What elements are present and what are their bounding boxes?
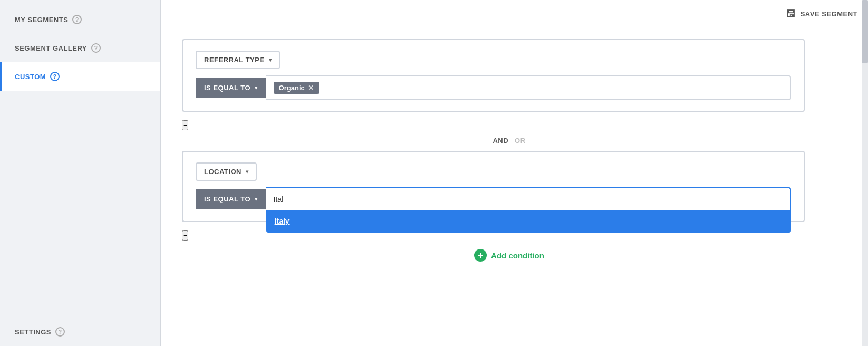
remove-tag-organic[interactable]: ✕ [308,84,314,92]
scrollbar-thumb[interactable] [862,0,868,63]
add-condition-row: + Add condition [182,249,836,262]
help-icon-my-segments[interactable]: ? [72,15,82,24]
sidebar-item-segment-gallery[interactable]: SEGMENT GALLERY ? [0,34,160,62]
minus-icon-1: − [183,121,187,129]
add-condition-button[interactable]: + Add condition [474,249,544,262]
sidebar-item-label: SEGMENT GALLERY [15,44,87,52]
condition-block-2: LOCATION ▾ IS EQUAL TO ▾ Ital [182,151,805,222]
connector-and[interactable]: AND [493,137,508,145]
operator-button-1[interactable]: IS EQUAL TO ▾ [196,78,266,98]
chevron-down-icon-1: ▾ [269,57,272,63]
sidebar-item-label: CUSTOM [15,73,46,81]
value-field-input-2[interactable]: Ital [266,187,791,210]
input-text-ital: Ital [274,195,284,204]
suggestion-item-italy[interactable]: Italy [267,210,790,232]
value-tag-text: Organic [279,84,305,92]
condition-block-1: REFERRAL TYPE ▾ IS EQUAL TO ▾ Organic ✕ [182,39,805,112]
plus-circle-icon: + [474,249,487,262]
help-icon-settings[interactable]: ? [55,327,65,337]
help-icon-custom[interactable]: ? [50,72,60,81]
operator-row-2: IS EQUAL TO ▾ Ital Italy [196,187,791,210]
remove-condition-2[interactable]: − [182,230,188,241]
remove-condition-1[interactable]: − [182,120,188,130]
save-segment-label: SAVE SEGMENT [801,10,857,18]
chevron-down-icon-2: ▾ [246,169,249,175]
field-label-2: LOCATION [204,168,242,176]
operator-button-2[interactable]: IS EQUAL TO ▾ [196,189,266,209]
operator-chevron-1: ▾ [255,85,258,91]
condition-wrapper-2: LOCATION ▾ IS EQUAL TO ▾ Ital [182,151,805,241]
add-condition-label: Add condition [491,251,544,260]
sidebar-item-settings[interactable]: SETTINGS ? [0,318,160,346]
value-tag-organic: Organic ✕ [274,82,319,94]
field-selector-1[interactable]: REFERRAL TYPE ▾ [196,51,280,69]
connector-row: AND OR [182,137,836,145]
operator-chevron-2: ▾ [255,196,258,202]
minus-icon-2: − [183,232,187,239]
value-field-1[interactable]: Organic ✕ [266,75,791,100]
text-cursor [284,195,284,204]
scrollbar-track[interactable] [862,0,868,346]
operator-row-1: IS EQUAL TO ▾ Organic ✕ [196,75,791,100]
content-area: REFERRAL TYPE ▾ IS EQUAL TO ▾ Organic ✕ [161,28,868,343]
sidebar-item-custom[interactable]: CUSTOM ? [0,62,160,91]
help-icon-segment-gallery[interactable]: ? [91,43,101,53]
sidebar: MY SEGMENTS ? SEGMENT GALLERY ? CUSTOM ?… [0,0,161,346]
connector-or[interactable]: OR [515,137,526,145]
suggestion-link-italy[interactable]: Italy [275,217,290,225]
field-selector-2[interactable]: LOCATION ▾ [196,162,257,181]
sidebar-item-label: SETTINGS [15,328,51,336]
sidebar-item-my-segments[interactable]: MY SEGMENTS ? [0,5,160,34]
field-label-1: REFERRAL TYPE [204,56,265,64]
save-segment-button[interactable]: 🖫 SAVE SEGMENT [786,8,857,20]
suggestions-dropdown: Italy [266,210,791,233]
main-content: 🖫 SAVE SEGMENT REFERRAL TYPE ▾ IS EQUAL … [161,0,868,346]
operator-label-2: IS EQUAL TO [204,195,250,203]
operator-label-1: IS EQUAL TO [204,84,250,92]
second-condition-input-wrap: Ital Italy [266,187,791,210]
sidebar-item-label: MY SEGMENTS [15,16,68,24]
condition-wrapper-1: REFERRAL TYPE ▾ IS EQUAL TO ▾ Organic ✕ [182,39,805,130]
save-icon: 🖫 [786,8,796,20]
topbar: 🖫 SAVE SEGMENT [161,0,868,28]
